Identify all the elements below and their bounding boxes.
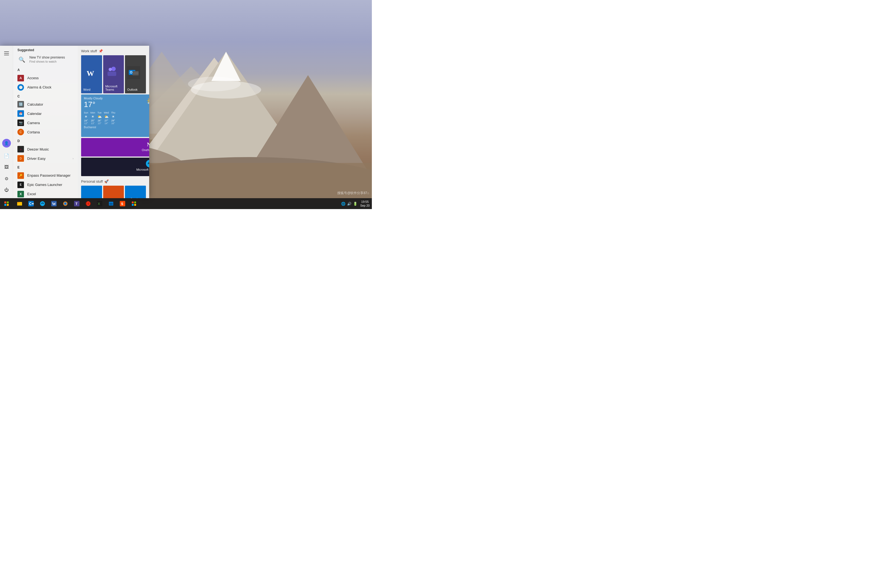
cortana-icon: C: [17, 129, 24, 135]
tile-onenote[interactable]: N OneNote...: [81, 138, 149, 156]
weather-temp: 17°: [84, 100, 103, 109]
driver-easy-label: Driver Easy: [27, 156, 69, 160]
tray-icons: 🌐 🔊 🔋: [341, 202, 357, 206]
svg-text:$: $: [121, 202, 123, 206]
taskbar-payoneer[interactable]: $: [117, 198, 128, 209]
enpass-icon: 🔑: [17, 172, 24, 179]
user-avatar-button[interactable]: 👤: [1, 139, 12, 150]
svg-text:N: N: [147, 142, 149, 147]
tile-outlook[interactable]: O Outlook: [125, 55, 146, 93]
user-avatar: 👤: [2, 139, 11, 147]
hamburger-menu[interactable]: [1, 48, 12, 59]
edge-icon: [146, 159, 149, 168]
camera-icon: 📷: [17, 120, 24, 126]
app-driver-easy[interactable]: D Driver Easy ›: [13, 154, 78, 163]
calculator-icon: 🔢: [17, 101, 24, 108]
svg-point-14: [109, 68, 112, 71]
tile-word[interactable]: W Word: [81, 55, 102, 93]
svg-text:X: X: [98, 202, 100, 206]
svg-rect-53: [110, 203, 113, 205]
taskbar-store[interactable]: [129, 198, 140, 209]
app-alarms[interactable]: 🕐 Alarms & Clock: [13, 83, 78, 92]
app-access[interactable]: A Access: [13, 74, 78, 83]
app-camera[interactable]: 📷 Camera: [13, 118, 78, 128]
svg-point-40: [40, 201, 45, 206]
app-epic[interactable]: E Epic Games Launcher: [13, 180, 78, 189]
taskbar-firefox[interactable]: [60, 198, 71, 209]
alarms-label: Alarms & Clock: [27, 85, 74, 89]
weather-top: Mostly Cloudy 17° ⛅: [84, 97, 149, 109]
suggested-tv-item[interactable]: 🔍 New TV show premieres Find shows to wa…: [13, 54, 78, 66]
svg-point-45: [64, 203, 66, 204]
svg-rect-57: [132, 201, 134, 203]
tile-teams[interactable]: Microsoft Teams: [103, 55, 124, 93]
taskbar-file-explorer[interactable]: [14, 198, 25, 209]
desktop: 搜狐号@软件分享87⌂ 👤 📄 🖼 ⚙ ⏻ Suggested: [0, 0, 372, 209]
svg-text:T: T: [75, 202, 78, 206]
app-enpass[interactable]: 🔑 Enpass Password Manager: [13, 171, 78, 180]
forecast-sun: Sun ☀ 24° 12°: [84, 111, 88, 124]
taskbar-word[interactable]: W: [48, 198, 59, 209]
suggested-tv-subtitle: Find shows to watch: [29, 60, 65, 63]
system-tray: 🌐 🔊 🔋 19:55 Sep 20: [341, 200, 372, 208]
weather-city: Bucharest: [84, 126, 149, 129]
start-sidebar: 👤 📄 🖼 ⚙ ⏻: [0, 46, 13, 198]
epic-icon: E: [17, 182, 24, 188]
start-button[interactable]: [0, 198, 13, 209]
personal-stuff-label: Personal stuff 🚀: [81, 179, 146, 183]
forecast-tue: Tue ⛅ 26° 13°: [98, 111, 102, 124]
teams-tile-icon: [105, 57, 118, 85]
outlook-tile-label: Outlook: [127, 88, 138, 91]
outlook-tile-icon: O: [127, 57, 140, 88]
svg-rect-58: [134, 201, 136, 203]
taskbar-outlook[interactable]: O 📧: [26, 198, 36, 209]
access-icon: A: [17, 75, 24, 81]
excel-label: Excel: [27, 192, 74, 196]
pictures-button[interactable]: 🖼: [1, 162, 12, 172]
tile-1password[interactable]: [103, 186, 124, 198]
weather-cloud-icon: ⛅: [146, 97, 149, 106]
start-menu: 👤 📄 🖼 ⚙ ⏻ Suggested 🔍 New TV show premie…: [0, 46, 149, 198]
app-cortana[interactable]: C Cortana: [13, 128, 78, 136]
tile-edge[interactable]: Microsoft Edge: [81, 158, 149, 176]
suggested-label: Suggested: [13, 46, 78, 54]
svg-rect-19: [133, 71, 138, 75]
clock-date[interactable]: 19:55 Sep 20: [360, 200, 370, 208]
calendar-icon: 📅: [17, 110, 24, 117]
taskbar-edge[interactable]: [37, 198, 48, 209]
word-tile-icon: W: [83, 57, 96, 88]
alarms-icon: 🕐: [17, 84, 24, 91]
app-excel[interactable]: X Excel: [13, 189, 78, 198]
tv-icon: 🔍: [17, 55, 26, 64]
power-button[interactable]: ⏻: [1, 184, 12, 195]
work-stuff-label: Work stuff 📌: [81, 49, 146, 53]
svg-rect-59: [132, 204, 134, 206]
app-deezer[interactable]: ♪ Deezer Music: [13, 144, 78, 154]
tile-weather[interactable]: Mostly Cloudy 17° ⛅ Sun ☀ 24° 12°: [81, 94, 149, 137]
volume-icon[interactable]: 🔊: [347, 202, 351, 206]
network-icon[interactable]: 🌐: [341, 202, 345, 206]
settings-button[interactable]: ⚙: [1, 173, 12, 184]
taskbar-xbox[interactable]: X: [94, 198, 105, 209]
battery-icon[interactable]: 🔋: [353, 202, 357, 206]
section-a-label: A: [13, 66, 78, 74]
tile-calendar-date[interactable]: Sunday 20: [125, 186, 146, 198]
svg-text:📧: 📧: [32, 202, 34, 205]
calendar-label: Calendar: [27, 112, 74, 116]
taskbar-teams[interactable]: T: [71, 198, 82, 209]
taskbar: O 📧 W: [0, 198, 372, 209]
taskbar-opera[interactable]: [83, 198, 94, 209]
svg-rect-25: [106, 197, 121, 198]
taskbar-files[interactable]: [106, 198, 117, 209]
clock-time: 19:55: [360, 200, 370, 204]
teams-tile-label: Microsoft Teams: [105, 85, 122, 91]
section-e-label: E: [13, 163, 78, 171]
svg-text:W: W: [87, 69, 94, 78]
edge-tile-label: Microsoft Edge: [136, 168, 149, 171]
excel-icon: X: [17, 191, 24, 197]
documents-button[interactable]: 📄: [1, 150, 12, 161]
tile-surface[interactable]: Surface: [81, 186, 102, 198]
app-calculator[interactable]: 🔢 Calculator: [13, 100, 78, 109]
taskbar-pinned-apps: O 📧 W: [13, 198, 141, 209]
app-calendar[interactable]: 📅 Calendar: [13, 109, 78, 118]
